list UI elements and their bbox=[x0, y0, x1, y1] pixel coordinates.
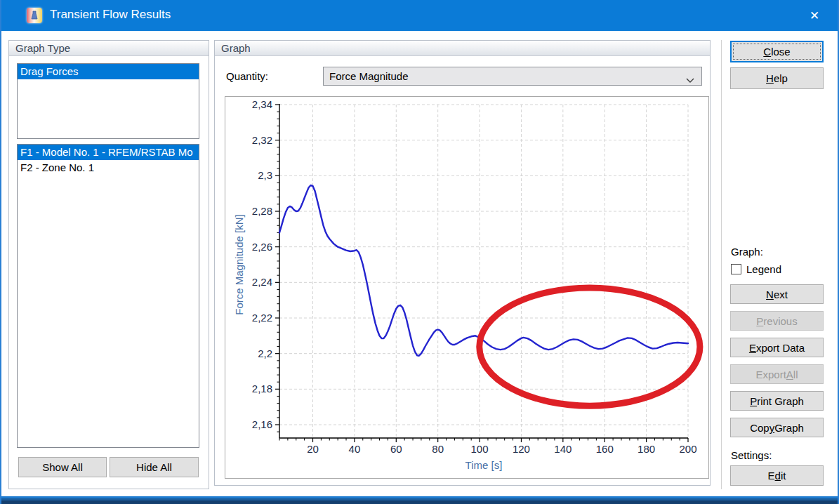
x-tick-label: 180 bbox=[637, 443, 655, 455]
window-close-icon[interactable]: ✕ bbox=[798, 0, 831, 31]
x-tick-label: 80 bbox=[432, 443, 444, 455]
series-listbox[interactable]: F1 - Model No. 1 - RFEM/RSTAB Mo F2 - Zo… bbox=[17, 144, 199, 448]
help-button[interactable]: Help bbox=[730, 67, 824, 89]
chart: 204060801001201401601802002,342,322,32,2… bbox=[225, 97, 710, 479]
export-all-button[interactable]: Export All bbox=[730, 364, 824, 384]
y-tick-label: 2,26 bbox=[252, 241, 272, 253]
y-axis-title: Force Magnitude [kN] bbox=[233, 214, 245, 314]
legend-checkbox-label: Legend bbox=[746, 263, 781, 275]
flask-icon bbox=[30, 11, 39, 20]
edit-button[interactable]: Edit bbox=[730, 465, 824, 486]
x-axis-title: Time [s] bbox=[465, 459, 503, 471]
legend-checkbox-row: Legend bbox=[731, 263, 781, 275]
chart-container: 204060801001201401601802002,342,322,32,2… bbox=[225, 96, 709, 479]
x-tick-label: 120 bbox=[513, 443, 530, 455]
y-tick-label: 2,32 bbox=[252, 134, 272, 146]
x-tick-label: 200 bbox=[679, 443, 696, 455]
show-all-button[interactable]: Show All bbox=[18, 457, 107, 477]
x-tick-label: 20 bbox=[307, 443, 319, 455]
y-tick-label: 2,34 bbox=[252, 98, 272, 110]
list-item-drag-forces[interactable]: Drag Forces bbox=[18, 64, 199, 79]
graph-type-listbox[interactable]: Drag Forces bbox=[17, 63, 199, 139]
y-tick-label: 2,16 bbox=[252, 418, 272, 430]
x-tick-label: 60 bbox=[390, 443, 402, 455]
y-tick-label: 2,18 bbox=[252, 383, 272, 394]
legend-checkbox[interactable] bbox=[731, 264, 741, 274]
graph-type-header: Graph Type bbox=[9, 41, 209, 56]
close-button[interactable]: Close bbox=[730, 41, 824, 62]
hide-all-label: Hide All bbox=[136, 461, 172, 473]
y-tick-label: 2,24 bbox=[252, 276, 272, 288]
chevron-down-icon bbox=[686, 74, 694, 86]
list-item-f2[interactable]: F2 - Zone No. 1 bbox=[18, 160, 199, 175]
previous-button[interactable]: Previous bbox=[730, 311, 824, 331]
y-tick-label: 2,28 bbox=[252, 205, 272, 217]
export-data-button[interactable]: Export Data bbox=[730, 338, 824, 357]
dialog-window: Transient Flow Results ✕ Graph Type Drag… bbox=[0, 0, 839, 504]
graph-section-label: Graph: bbox=[731, 246, 763, 258]
copy-graph-button[interactable]: Copy Graph bbox=[730, 418, 824, 437]
list-item-f1[interactable]: F1 - Model No. 1 - RFEM/RSTAB Mo bbox=[18, 145, 199, 160]
print-graph-button[interactable]: Print Graph bbox=[730, 391, 824, 411]
x-tick-label: 40 bbox=[349, 443, 361, 455]
quantity-label: Quantity: bbox=[226, 70, 268, 82]
y-tick-label: 2,3 bbox=[258, 169, 272, 181]
vertical-separator bbox=[721, 40, 722, 489]
x-tick-label: 140 bbox=[554, 443, 572, 455]
window-bottom-border bbox=[1, 496, 838, 504]
y-tick-label: 2,22 bbox=[252, 312, 272, 324]
hide-all-button[interactable]: Hide All bbox=[110, 457, 199, 477]
show-all-label: Show All bbox=[42, 461, 83, 473]
quantity-value: Force Magnitude bbox=[329, 70, 409, 82]
x-tick-label: 100 bbox=[471, 443, 489, 455]
x-tick-label: 160 bbox=[596, 443, 614, 455]
graph-group-header: Graph bbox=[215, 41, 710, 56]
next-button[interactable]: Next bbox=[730, 284, 824, 304]
quantity-dropdown[interactable]: Force Magnitude bbox=[323, 67, 702, 86]
window-title: Transient Flow Results bbox=[50, 8, 171, 22]
title-bar: Transient Flow Results ✕ bbox=[1, 0, 838, 31]
y-tick-label: 2,2 bbox=[258, 347, 272, 359]
app-icon bbox=[27, 8, 42, 23]
settings-section-label: Settings: bbox=[731, 449, 772, 461]
